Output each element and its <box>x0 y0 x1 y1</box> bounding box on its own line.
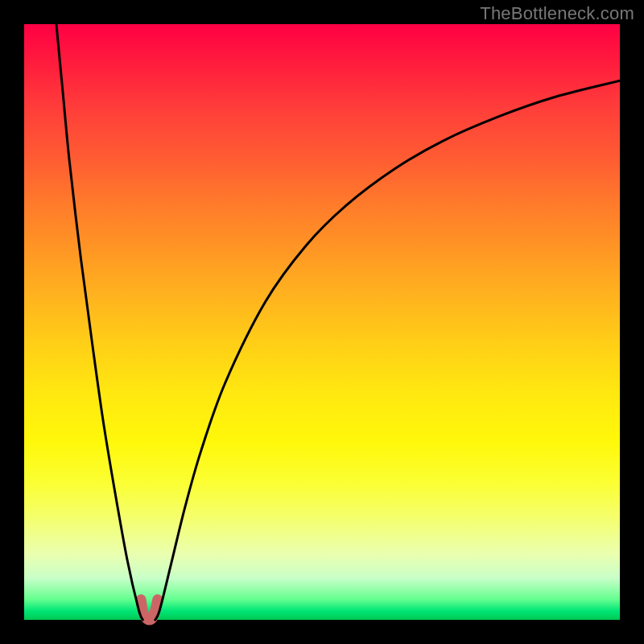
chart-frame: TheBottleneck.com <box>0 0 644 644</box>
left-branch-path <box>56 24 142 620</box>
chart-plot-area <box>24 24 620 620</box>
chart-svg <box>24 24 620 620</box>
valley-marker-path <box>141 600 158 620</box>
watermark-text: TheBottleneck.com <box>480 3 634 24</box>
right-branch-path <box>155 80 620 620</box>
